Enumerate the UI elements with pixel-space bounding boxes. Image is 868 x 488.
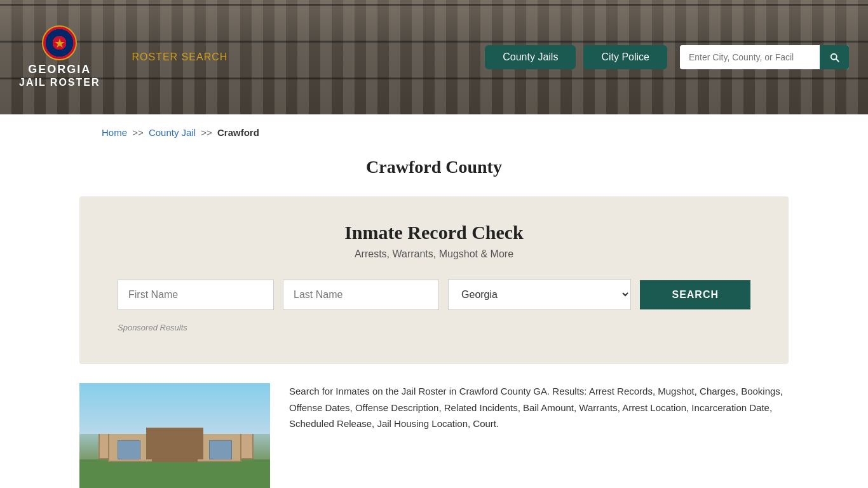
city-police-button[interactable]: City Police: [583, 45, 667, 69]
breadcrumb-county-jail[interactable]: County Jail: [149, 127, 196, 138]
header-content: GEORGIA JAIL ROSTER ROSTER SEARCH County…: [0, 25, 868, 88]
roster-search-nav[interactable]: ROSTER SEARCH: [132, 51, 228, 63]
first-name-input[interactable]: [118, 280, 274, 310]
breadcrumb-current: Crawford: [217, 127, 259, 138]
header-search-bar: [680, 45, 849, 69]
sponsored-label: Sponsored Results: [118, 323, 750, 332]
inmate-record-section: Inmate Record Check Arrests, Warrants, M…: [79, 196, 789, 364]
last-name-input[interactable]: [283, 280, 439, 310]
record-check-subtitle: Arrests, Warrants, Mugshot & More: [118, 248, 750, 260]
site-header: GEORGIA JAIL ROSTER ROSTER SEARCH County…: [0, 0, 868, 114]
logo-text-jail: JAIL ROSTER: [19, 76, 100, 88]
page-title: Crawford County: [0, 157, 868, 177]
bottom-description: Search for Inmates on the Jail Roster in…: [289, 383, 789, 432]
record-search-form: AlabamaAlaskaArizonaArkansasCaliforniaCo…: [118, 279, 750, 310]
county-jails-button[interactable]: County Jails: [485, 45, 576, 69]
nav-buttons-group: County Jails City Police: [485, 45, 667, 69]
header-search-input[interactable]: [680, 46, 820, 69]
breadcrumb-home[interactable]: Home: [102, 127, 127, 138]
header-search-button[interactable]: [820, 45, 849, 69]
record-search-button[interactable]: SEARCH: [640, 280, 750, 309]
search-icon: [829, 51, 840, 63]
record-check-title: Inmate Record Check: [118, 222, 750, 243]
breadcrumb-sep1: >>: [132, 127, 144, 138]
breadcrumb: Home >> County Jail >> Crawford: [0, 114, 868, 151]
breadcrumb-sep2: >>: [201, 127, 212, 138]
state-select[interactable]: AlabamaAlaskaArizonaArkansasCaliforniaCo…: [448, 279, 631, 310]
bottom-section: Search for Inmates on the Jail Roster in…: [0, 364, 868, 488]
georgia-seal-icon: [42, 25, 77, 60]
building-image: [79, 383, 270, 488]
site-logo[interactable]: GEORGIA JAIL ROSTER: [19, 25, 100, 88]
logo-text-georgia: GEORGIA: [28, 63, 91, 76]
